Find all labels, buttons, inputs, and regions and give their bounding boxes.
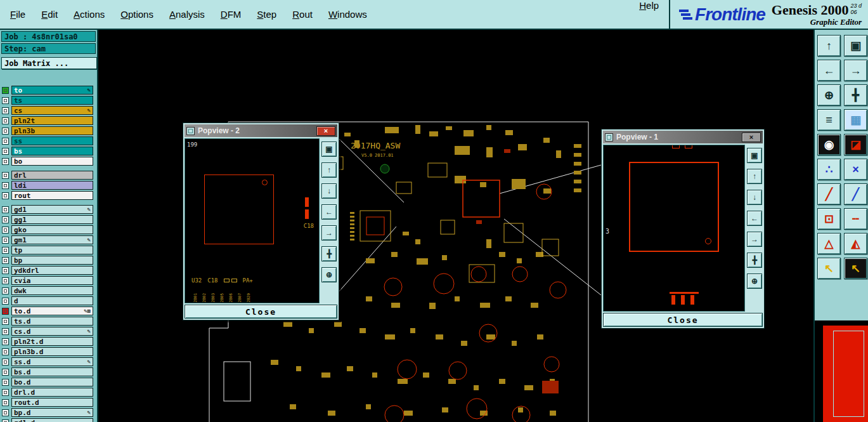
layer-visibility-toggle[interactable] [2, 318, 9, 325]
layer-label[interactable]: bs.d [11, 367, 93, 376]
layer-visibility-toggle[interactable] [2, 257, 9, 264]
layer-label[interactable]: pln3b.d [11, 347, 93, 356]
menu-item[interactable]: Edit [41, 9, 58, 20]
dual-screen-button[interactable]: ▣ [844, 35, 867, 56]
menu-item-help[interactable]: Help [639, 0, 659, 29]
layer-label[interactable]: pln2t.d [11, 337, 93, 346]
layer-visibility-toggle[interactable] [2, 348, 9, 355]
layer-label[interactable]: ts.d [11, 317, 93, 326]
layer-visibility-toggle[interactable] [2, 117, 9, 124]
layer-label[interactable]: d [11, 296, 93, 305]
layer-visibility-toggle[interactable] [2, 206, 9, 213]
layer-visibility-toggle[interactable] [2, 107, 9, 114]
flip-colors-button[interactable]: ◪ [844, 134, 867, 155]
select-cursor-dark-button[interactable]: ↖ [844, 258, 867, 279]
layer-label[interactable]: gm1 ✎ [11, 235, 93, 244]
popview-2-canvas[interactable]: 199 C18 U32 C18 PA+ 2B012B022B032B052B06… [185, 138, 320, 303]
pan-right-button[interactable]: → [747, 232, 762, 247]
pan-down-button[interactable]: ↓ [747, 190, 762, 205]
layer-visibility-toggle[interactable] [2, 277, 9, 284]
pan-up-button[interactable]: ↑ [747, 169, 762, 184]
move-view-button[interactable]: ╋ [747, 253, 762, 268]
pan-right-button[interactable]: → [321, 225, 337, 241]
zoom-center-button[interactable]: ⊕ [321, 267, 337, 282]
layer-label[interactable]: pln2t [11, 116, 93, 125]
scroll-up-button[interactable]: ↑ [817, 35, 841, 56]
pan-down-button[interactable]: ↓ [321, 183, 337, 199]
menu-item[interactable]: Options [120, 9, 153, 20]
popview-1-close-icon[interactable]: × [742, 133, 761, 142]
layer-visibility-toggle[interactable] [2, 87, 9, 94]
layer-visibility-toggle[interactable] [2, 247, 9, 254]
line-mixed-button[interactable]: ╱ [844, 183, 867, 205]
layer-visibility-toggle[interactable] [2, 298, 9, 305]
layer-visibility-toggle[interactable] [2, 182, 9, 189]
layer-visibility-toggle[interactable] [2, 216, 9, 223]
popview-2-titlebar[interactable]: Popview - 2 × [185, 124, 337, 137]
layer-label[interactable]: gd1.d [11, 418, 93, 422]
menu-item[interactable]: Step [257, 9, 276, 20]
layer-label[interactable]: tp [11, 246, 93, 254]
layer-label[interactable]: cs.d ✎ [11, 327, 93, 336]
overview-panel[interactable] [813, 320, 868, 422]
pan-up-button[interactable]: ↑ [321, 162, 337, 178]
layer-visibility-toggle[interactable] [2, 192, 9, 199]
layer-visibility-toggle[interactable] [2, 97, 9, 104]
layer-label[interactable]: rout [11, 191, 93, 200]
layer-label[interactable]: drl [11, 171, 93, 180]
job-matrix-button[interactable]: Job Matrix ... [1, 57, 97, 69]
layer-label[interactable]: to.d ✎⊞ [11, 307, 93, 315]
layer-visibility-toggle[interactable] [2, 128, 9, 135]
grid-toggle-button[interactable]: ▦ [844, 109, 867, 131]
layer-label[interactable]: bp.d ✎ [11, 408, 93, 417]
layer-visibility-toggle[interactable] [2, 287, 9, 294]
layer-label[interactable]: gd1 ✎ [11, 205, 93, 214]
move-view-button[interactable]: ╋ [321, 246, 337, 261]
center-screen-button[interactable]: ⊕ [817, 84, 841, 106]
popview-2-close-button[interactable]: Close [185, 305, 337, 319]
layer-visibility-toggle[interactable] [2, 267, 9, 274]
scroll-right-button[interactable]: → [844, 60, 867, 81]
layer-visibility-toggle[interactable] [2, 148, 9, 155]
popview-1-close-button[interactable]: Close [603, 313, 763, 327]
layer-visibility-toggle[interactable] [2, 379, 9, 386]
negative-view-button[interactable]: ◉ [817, 134, 841, 155]
popview-1-canvas[interactable]: 3 [603, 145, 745, 312]
layer-visibility-toggle[interactable] [2, 172, 9, 179]
layer-label[interactable]: bp [11, 256, 93, 265]
layer-label[interactable]: ydkdrl [11, 266, 93, 275]
layer-settings-button[interactable]: ≡ [817, 109, 841, 131]
delete-mode-button[interactable]: × [844, 159, 867, 180]
layer-visibility-toggle[interactable] [2, 227, 9, 234]
scroll-left-button[interactable]: ← [817, 60, 841, 81]
layer-visibility-toggle[interactable] [2, 308, 9, 315]
layer-visibility-toggle[interactable] [2, 328, 9, 335]
expand-view-button[interactable]: ▣ [747, 148, 762, 163]
layer-label[interactable]: bo [11, 157, 93, 166]
layer-visibility-toggle[interactable] [2, 138, 9, 145]
layer-label[interactable]: ts [11, 96, 93, 105]
layer-label[interactable]: pln3b [11, 126, 93, 135]
line-45-button[interactable]: ╱ [817, 183, 841, 205]
layer-label[interactable]: ss [11, 136, 93, 145]
measure-triangle-button[interactable]: △ [817, 233, 841, 254]
layer-label[interactable]: cs ✎ [11, 106, 93, 115]
menu-item[interactable]: Analysis [169, 9, 205, 20]
popview-2-close-icon[interactable]: × [316, 126, 335, 136]
pan-left-button[interactable]: ← [321, 204, 337, 220]
layer-visibility-toggle[interactable] [2, 369, 9, 376]
dashed-line-button[interactable]: ╌ [844, 208, 867, 230]
layer-label[interactable]: bs [11, 147, 93, 155]
menu-item[interactable]: Windows [328, 9, 367, 20]
layer-label[interactable]: dwk [11, 286, 93, 295]
net-points-button[interactable]: ∴ [817, 159, 841, 180]
menu-item[interactable]: DFM [221, 9, 242, 20]
pad-snap-button[interactable]: ⊡ [817, 208, 841, 230]
pan-left-button[interactable]: ← [747, 211, 762, 226]
expand-view-button[interactable]: ▣ [321, 142, 337, 157]
layer-label[interactable]: ldi [11, 181, 93, 190]
layer-label[interactable]: drl.d [11, 388, 93, 397]
layer-visibility-toggle[interactable] [2, 359, 9, 366]
menu-item[interactable]: File [10, 9, 25, 20]
layer-visibility-toggle[interactable] [2, 419, 9, 422]
